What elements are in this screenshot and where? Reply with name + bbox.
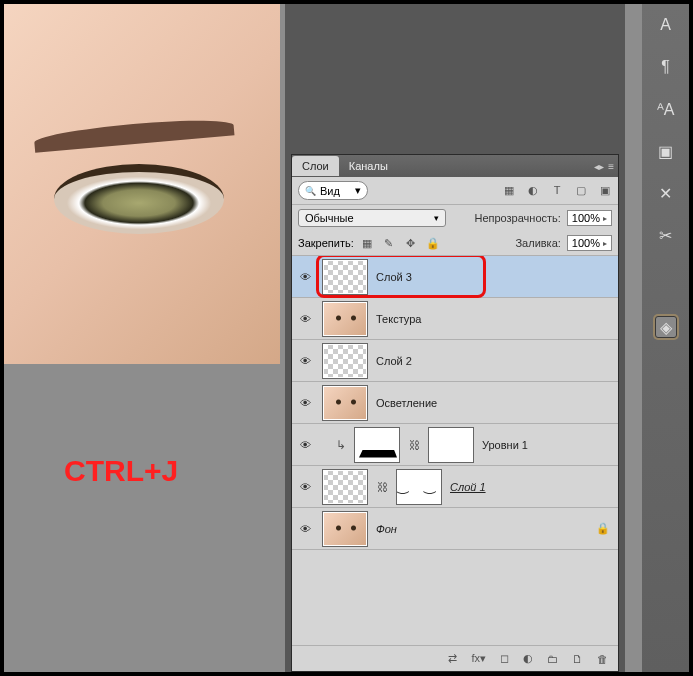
filter-row: Вид▾ ▦ ◐ T ▢ ▣	[292, 177, 618, 205]
layer-row-lighten[interactable]: 👁 Осветление	[292, 382, 618, 424]
lock-indicator-icon: 🔒	[596, 522, 614, 535]
new-group-icon[interactable]: 🗀	[547, 653, 558, 665]
history-panel-icon[interactable]: ✂	[655, 224, 677, 246]
collapsed-panel-rail: A ¶ ᴬA ▣ ✕ ✂ ◈	[642, 4, 689, 672]
filter-adjust-icon[interactable]: ◐	[526, 184, 540, 197]
layers-footer: ⇄ fx▾ ◻ ◐ 🗀 🗋 🗑	[292, 645, 618, 671]
panel-tabs: Слои Каналы ◂▸ ≡	[292, 155, 618, 177]
visibility-toggle-icon[interactable]: 👁	[296, 355, 314, 367]
panel-host: Слои Каналы ◂▸ ≡ Вид▾ ▦ ◐ T ▢ ▣ Обычные	[285, 4, 625, 672]
opacity-label: Непрозрачность:	[474, 212, 560, 224]
layers-rail-icon[interactable]: ◈	[655, 316, 677, 338]
3d-panel-icon[interactable]: ▣	[655, 140, 677, 162]
layers-panel: Слои Каналы ◂▸ ≡ Вид▾ ▦ ◐ T ▢ ▣ Обычные	[291, 154, 619, 672]
layer-thumbnail[interactable]	[322, 343, 368, 379]
lock-transparent-icon[interactable]: ▦	[360, 237, 374, 250]
filter-type-icons: ▦ ◐ T ▢ ▣	[502, 184, 612, 197]
layer-filter-select[interactable]: Вид▾	[298, 181, 368, 200]
lock-brush-icon[interactable]: ✎	[382, 237, 396, 250]
fill-label: Заливка:	[515, 237, 560, 249]
visibility-toggle-icon[interactable]: 👁	[296, 439, 314, 451]
shortcut-overlay: CTRL+J	[64, 454, 178, 488]
layer-name-label[interactable]: Осветление	[376, 397, 437, 409]
lock-row: Закрепить: ▦ ✎ ✥ 🔒 Заливка: 100%	[292, 231, 618, 256]
layer-name-label[interactable]: Фон	[376, 523, 397, 535]
layer-name-label[interactable]: Слой 1	[450, 481, 486, 493]
visibility-toggle-icon[interactable]: 👁	[296, 523, 314, 535]
layer-row-levels1[interactable]: 👁 ↳ ⛓ Уровни 1	[292, 424, 618, 466]
document-canvas[interactable]	[4, 4, 280, 364]
workspace: CTRL+J Слои Каналы ◂▸ ≡ Вид▾ ▦ ◐ T ▢ ▣	[4, 4, 689, 672]
collapse-icon[interactable]: ◂▸	[594, 161, 604, 172]
mask-link-icon[interactable]: ⛓	[408, 439, 420, 451]
layers-list: 👁 Слой 3 👁 Текстура 👁 Слой 2 👁	[292, 256, 618, 652]
adjustment-layer-icon[interactable]: ◐	[523, 652, 533, 665]
layer-row-layer1[interactable]: 👁 ⛓ Слой 1	[292, 466, 618, 508]
clip-indicator-icon: ↳	[322, 438, 346, 452]
lock-label: Закрепить:	[298, 237, 354, 249]
layer-thumbnail[interactable]	[322, 301, 368, 337]
eyebrow-graphic	[34, 115, 235, 152]
layer-thumbnail[interactable]	[322, 259, 368, 295]
paragraph-panel-icon[interactable]: ¶	[655, 56, 677, 78]
adjustment-thumbnail[interactable]	[354, 427, 400, 463]
mask-link-icon[interactable]: ⛓	[376, 481, 388, 493]
lock-move-icon[interactable]: ✥	[404, 237, 418, 250]
canvas-area: CTRL+J	[4, 4, 280, 672]
eye-graphic	[54, 164, 224, 234]
visibility-toggle-icon[interactable]: 👁	[296, 481, 314, 493]
delete-layer-icon[interactable]: 🗑	[597, 653, 608, 665]
layer-row-layer3[interactable]: 👁 Слой 3	[292, 256, 618, 298]
lock-all-icon[interactable]: 🔒	[426, 237, 440, 250]
filter-type-icon[interactable]: T	[550, 184, 564, 197]
lock-icons: ▦ ✎ ✥ 🔒	[360, 237, 440, 250]
character-panel-icon[interactable]: A	[655, 14, 677, 36]
filter-shape-icon[interactable]: ▢	[574, 184, 588, 197]
layer-row-background[interactable]: 👁 Фон 🔒	[292, 508, 618, 550]
blend-row: Обычные Непрозрачность: 100%	[292, 205, 618, 231]
layer-style-icon[interactable]: fx▾	[471, 652, 486, 665]
link-layers-icon[interactable]: ⇄	[448, 652, 457, 665]
layer-thumbnail[interactable]	[322, 469, 368, 505]
layer-thumbnail[interactable]	[322, 511, 368, 547]
styles-panel-icon[interactable]: ᴬA	[655, 98, 677, 120]
filter-smart-icon[interactable]: ▣	[598, 184, 612, 197]
layer-row-layer2[interactable]: 👁 Слой 2	[292, 340, 618, 382]
layer-thumbnail[interactable]	[322, 385, 368, 421]
fill-input[interactable]: 100%	[567, 235, 612, 251]
filter-pixel-icon[interactable]: ▦	[502, 184, 516, 197]
visibility-toggle-icon[interactable]: 👁	[296, 271, 314, 283]
blend-mode-select[interactable]: Обычные	[298, 209, 446, 227]
mask-thumbnail[interactable]	[396, 469, 442, 505]
layer-row-texture[interactable]: 👁 Текстура	[292, 298, 618, 340]
add-mask-icon[interactable]: ◻	[500, 652, 509, 665]
tab-layers[interactable]: Слои	[292, 156, 339, 176]
visibility-toggle-icon[interactable]: 👁	[296, 313, 314, 325]
mask-thumbnail[interactable]	[428, 427, 474, 463]
panel-menu-icon[interactable]: ≡	[608, 161, 614, 172]
tab-channels[interactable]: Каналы	[339, 156, 398, 176]
layer-name-label[interactable]: Слой 3	[376, 271, 412, 283]
new-layer-icon[interactable]: 🗋	[572, 653, 583, 665]
layer-name-label[interactable]: Слой 2	[376, 355, 412, 367]
layer-name-label[interactable]: Уровни 1	[482, 439, 528, 451]
opacity-input[interactable]: 100%	[567, 210, 612, 226]
visibility-toggle-icon[interactable]: 👁	[296, 397, 314, 409]
layer-name-label[interactable]: Текстура	[376, 313, 421, 325]
navigator-panel-icon[interactable]: ✕	[655, 182, 677, 204]
